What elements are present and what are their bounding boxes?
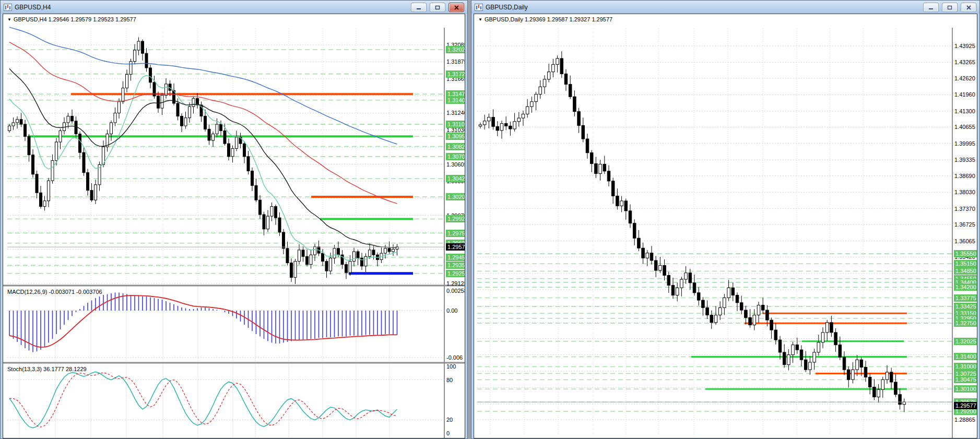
price-label: 1.31240 <box>446 109 465 116</box>
price-level-badge: 1.35550 <box>954 250 977 257</box>
chart-window-gbpusd-h4: GBPUSD,H4 ▼GBPUSD,H4 1.29546 1.29579 1.2… <box>0 0 468 439</box>
price-level-badge: 1.30700 <box>446 153 465 160</box>
stoch-axis-label: 80 <box>446 376 453 384</box>
price-level-badge: 1.31400 <box>446 97 465 104</box>
restore-icon <box>435 5 440 10</box>
price-label: 1.39335 <box>954 156 975 163</box>
h4-canvas-layer[interactable] <box>3 14 465 438</box>
minimize-icon <box>416 5 421 10</box>
price-level-badge: 1.31000 <box>954 363 977 370</box>
price-label: 1.38030 <box>954 188 975 196</box>
price-level-badge: 1.31725 <box>446 70 465 78</box>
price-label: 1.36725 <box>954 221 975 228</box>
daily-canvas-layer[interactable] <box>474 14 977 438</box>
price-level-badge: 1.29250 <box>446 270 465 277</box>
price-label: 1.43925 <box>954 42 975 50</box>
symbol-info-bar: ▼GBPUSD,Daily 1.29369 1.29587 1.29327 1.… <box>478 16 612 22</box>
price-level-badge: 1.35150 <box>954 260 977 267</box>
price-label: 1.30605 <box>446 161 465 168</box>
price-level-badge: 1.30950 <box>446 133 465 140</box>
minimize-icon <box>928 5 934 10</box>
price-level-badge: 1.31400 <box>954 353 977 360</box>
chart-window-gbpusd-daily: GBPUSD,Daily ▼GBPUSD,Daily 1.29369 1.295… <box>471 0 980 439</box>
price-label: 1.37370 <box>954 205 975 212</box>
window-title: GBPUSD,H4 <box>15 4 51 11</box>
price-level-badge: 1.31100 <box>446 121 465 128</box>
stoch-axis-label: 20 <box>446 416 453 423</box>
price-level-badge: 1.30825 <box>446 143 465 150</box>
price-level-badge: 1.32025 <box>954 338 977 345</box>
minimize-button[interactable] <box>923 3 939 12</box>
macd-axis-label: 0.002583 <box>446 287 465 294</box>
symbol-ohlc-text: GBPUSD,H4 1.29546 1.29579 1.29523 1.2957… <box>14 16 136 22</box>
price-level-badge: 1.30475 <box>954 376 977 383</box>
current-price-badge: 1.29577 <box>954 402 977 409</box>
price-level-badge: 1.29350 <box>446 262 465 269</box>
macd-axis-label: 0.00 <box>446 307 457 314</box>
restore-button[interactable] <box>942 3 958 12</box>
chart-window-icon <box>475 4 483 11</box>
current-price-badge: 1.29577 <box>446 243 465 251</box>
price-level-badge: 1.29925 <box>446 215 465 222</box>
price-level-badge: 1.30100 <box>954 385 977 393</box>
dropdown-marker-icon: ▼ <box>478 17 482 22</box>
chart-content[interactable]: ▼GBPUSD,Daily 1.29369 1.29587 1.29327 1.… <box>474 14 977 438</box>
price-label: 1.31875 <box>446 58 465 65</box>
price-level-badge: 1.30425 <box>446 175 465 182</box>
minimize-button[interactable] <box>411 3 427 12</box>
win-h4-chart-canvas[interactable] <box>3 14 465 438</box>
restore-button[interactable] <box>430 3 445 12</box>
price-label: 1.29125 <box>446 280 465 287</box>
close-button[interactable] <box>448 3 464 12</box>
macd-indicator-label: MACD(12,26,9) -0.003071 -0.003706 <box>7 289 102 295</box>
stoch-axis-label: 0 <box>446 430 450 437</box>
price-label: 1.41300 <box>954 108 975 115</box>
chart-content[interactable]: ▼GBPUSD,H4 1.29546 1.29579 1.29523 1.295… <box>3 14 465 438</box>
title-bar[interactable]: GBPUSD,H4 <box>1 1 467 14</box>
symbol-info-bar: ▼GBPUSD,H4 1.29546 1.29579 1.29523 1.295… <box>7 16 136 22</box>
price-level-badge: 1.29750 <box>446 230 465 237</box>
symbol-ohlc-text: GBPUSD,Daily 1.29369 1.29587 1.29327 1.2… <box>485 16 612 22</box>
price-level-badge: 1.33775 <box>954 294 977 302</box>
price-label: 1.28865 <box>954 416 975 423</box>
price-label: 1.42620 <box>954 75 975 82</box>
dropdown-marker-icon: ▼ <box>7 17 11 22</box>
close-icon <box>454 5 459 10</box>
price-level-badge: 1.30200 <box>446 193 465 200</box>
price-label: 1.36065 <box>954 238 975 245</box>
stoch-axis-label: 100 <box>446 363 456 370</box>
price-level-badge: 1.34850 <box>954 267 977 275</box>
price-label: 1.43265 <box>954 58 975 66</box>
price-level-badge: 1.32750 <box>954 319 977 327</box>
macd-axis-label: -0.006 <box>446 354 463 361</box>
close-button[interactable] <box>961 3 976 12</box>
price-level-badge: 1.29450 <box>446 254 465 261</box>
chart-window-icon <box>4 4 12 11</box>
price-label: 1.41960 <box>954 91 975 98</box>
close-icon <box>966 5 971 10</box>
price-level-badge: 1.34200 <box>954 283 977 291</box>
window-title: GBPUSD,Daily <box>486 4 528 11</box>
title-bar[interactable]: GBPUSD,Daily <box>471 1 979 14</box>
restore-icon <box>947 5 952 10</box>
stoch-indicator-label: Stoch(13,3,3) 36.1777 28.1229 <box>7 366 87 372</box>
price-level-badge: 1.32025 <box>446 46 465 53</box>
price-label: 1.38690 <box>954 172 975 180</box>
win-daily-chart-canvas[interactable] <box>474 14 977 438</box>
price-level-badge: 1.33425 <box>954 303 977 310</box>
price-label: 1.40655 <box>954 123 975 130</box>
price-label: 1.39995 <box>954 140 975 147</box>
